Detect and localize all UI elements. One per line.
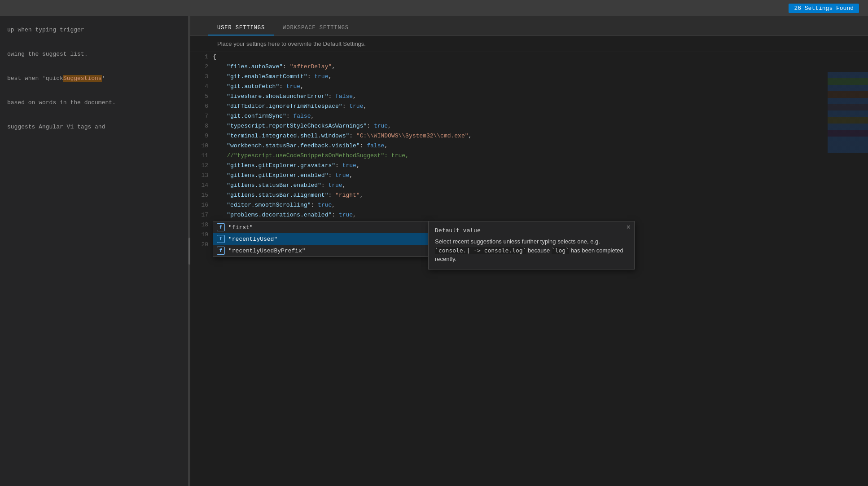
code-line-14: "gitlens.statusBar.enabled": true, — [213, 181, 868, 190]
code-line-3: "git.enableSmartCommit": true, — [213, 72, 868, 82]
tooltip-box: × Default value Select recent suggestion… — [428, 221, 635, 270]
tooltip-body: Select recent suggestions unless further… — [435, 237, 628, 264]
ln-15: 15 — [190, 190, 208, 200]
settings-found-badge: 26 Settings Found — [789, 4, 859, 13]
code-line-4: "git.autofetch": true, — [213, 82, 868, 92]
sidebar-panel: up when typing trigger owing the suggest… — [0, 16, 189, 486]
ln-18: 18 — [190, 220, 208, 230]
top-bar: 26 Settings Found — [0, 0, 868, 16]
tooltip-close-button[interactable]: × — [626, 224, 631, 231]
code-line-12: "gitlens.gitExplorer.gravatars": true, — [213, 161, 868, 171]
autocomplete-icon-recently-used-by-prefix: f — [217, 247, 225, 255]
editor-panel: USER SETTINGS WORKSPACE SETTINGS Place y… — [190, 16, 868, 486]
code-line-17: "problems.decorations.enabled": true, — [213, 210, 868, 220]
ln-11: 11 — [190, 151, 208, 161]
tooltip-code-example: `console.| -> console.log` — [435, 247, 526, 254]
ln-4: 4 — [190, 82, 208, 92]
sidebar-text-2: owing the suggest list. — [7, 49, 181, 59]
code-line-16: "editor.smoothScrolling": true, — [213, 200, 868, 210]
code-line-1: { — [213, 52, 868, 62]
minimap — [828, 72, 868, 153]
code-line-11: //"typescript.useCodeSnippetsOnMethodSug… — [213, 151, 868, 161]
code-line-7: "git.confirmSync": false, — [213, 111, 868, 121]
autocomplete-icon-recently-used: f — [217, 235, 225, 243]
tooltip-code-log: `log` — [552, 247, 569, 254]
editor-description: Place your settings here to overwrite th… — [190, 36, 868, 52]
tab-user-settings[interactable]: USER SETTINGS — [208, 21, 274, 35]
ln-2: 2 — [190, 62, 208, 72]
autocomplete-item-recently-used-by-prefix[interactable]: f "recentlyUsedByPrefix" — [213, 245, 428, 256]
ln-6: 6 — [190, 102, 208, 111]
ln-3: 3 — [190, 72, 208, 82]
ln-5: 5 — [190, 92, 208, 102]
ln-12: 12 — [190, 161, 208, 171]
code-line-9: "terminal.integrated.shell.windows": "C:… — [213, 131, 868, 141]
tabs-bar: USER SETTINGS WORKSPACE SETTINGS — [190, 16, 868, 36]
ln-19: 19 — [190, 230, 208, 240]
main-layout: up when typing trigger owing the suggest… — [0, 16, 868, 486]
line-numbers: 1 2 3 4 5 6 7 8 9 10 11 12 13 14 15 16 1… — [190, 52, 213, 486]
autocomplete-item-first[interactable]: f "first" — [213, 221, 428, 233]
ln-10: 10 — [190, 141, 208, 151]
tab-workspace-settings[interactable]: WORKSPACE SETTINGS — [274, 21, 358, 35]
code-line-2: "files.autoSave": "afterDelay", — [213, 62, 868, 72]
sidebar-text-5: suggests Angular V1 tags and — [7, 122, 181, 132]
ln-14: 14 — [190, 181, 208, 190]
ln-9: 9 — [190, 131, 208, 141]
tooltip-title: Default value — [435, 227, 628, 234]
ln-17: 17 — [190, 210, 208, 220]
minimap-content — [828, 72, 868, 153]
code-line-10: "workbench.statusBar.feedback.visible": … — [213, 141, 868, 151]
autocomplete-icon-first: f — [217, 223, 225, 231]
code-line-13: "gitlens.gitExplorer.enabled": true, — [213, 171, 868, 181]
autocomplete-label-first: "first" — [228, 224, 253, 231]
highlight-suggestions: Suggestions — [63, 75, 102, 82]
code-line-8: "typescript.reportStyleChecksAsWarnings"… — [213, 121, 868, 131]
ln-1: 1 — [190, 52, 208, 62]
code-line-5: "liveshare.showLauncherError": false, — [213, 92, 868, 102]
ln-20: 20 — [190, 240, 208, 250]
ln-8: 8 — [190, 121, 208, 131]
autocomplete-label-recently-used-by-prefix: "recentlyUsedByPrefix" — [228, 247, 306, 254]
ln-16: 16 — [190, 200, 208, 210]
sidebar-text-1: up when typing trigger — [7, 25, 181, 35]
code-line-6: "diffEditor.ignoreTrimWhitespace": true, — [213, 102, 868, 111]
autocomplete-list: f "first" f "recentlyUsed" f "recentlyUs… — [213, 221, 428, 257]
code-area: 1 2 3 4 5 6 7 8 9 10 11 12 13 14 15 16 1… — [190, 52, 868, 486]
sidebar-text-3: best when 'quickSuggestions' — [7, 74, 181, 84]
autocomplete-wrapper: f "first" f "recentlyUsed" f "recentlyUs… — [213, 221, 635, 270]
autocomplete-item-recently-used[interactable]: f "recentlyUsed" — [213, 233, 428, 245]
autocomplete-label-recently-used: "recentlyUsed" — [228, 236, 277, 243]
ln-13: 13 — [190, 171, 208, 181]
ln-7: 7 — [190, 111, 208, 121]
sidebar-text-4: based on words in the document. — [7, 98, 181, 108]
code-line-15: "gitlens.statusBar.alignment": "right", — [213, 190, 868, 200]
